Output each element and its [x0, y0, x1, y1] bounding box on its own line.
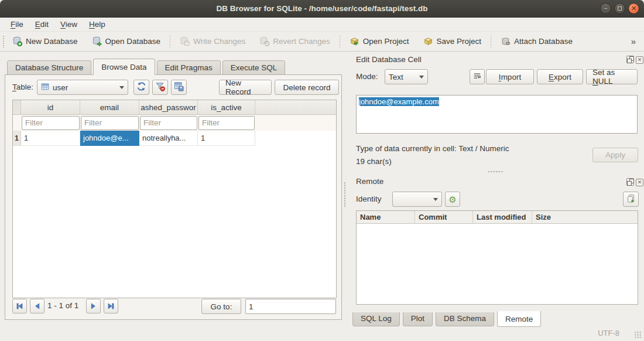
- close-icon: ✕: [636, 56, 643, 64]
- row-number[interactable]: 1: [13, 131, 21, 146]
- goto-button[interactable]: Go to:: [201, 299, 241, 314]
- column-header-id[interactable]: id: [21, 100, 80, 114]
- filter-input-email[interactable]: [81, 116, 139, 130]
- filter-input-is-active[interactable]: [198, 116, 255, 130]
- filter-input-hashed-password[interactable]: [140, 116, 197, 130]
- app-window: DB Browser for SQLite - /home/user/code/…: [0, 0, 644, 341]
- identity-settings-button[interactable]: ⚙: [445, 192, 460, 207]
- new-record-button[interactable]: New Record: [219, 80, 272, 95]
- dock-splitter-handle[interactable]: [488, 170, 503, 173]
- cell-id[interactable]: 1: [21, 131, 80, 146]
- cell-is-active[interactable]: 1: [198, 131, 255, 146]
- record-range-label: 1 - 1 of 1: [47, 301, 78, 310]
- mode-selector[interactable]: Text: [385, 69, 428, 84]
- export-button[interactable]: Export: [537, 69, 583, 84]
- tab-browse-data[interactable]: Browse Data: [93, 59, 155, 75]
- menu-file[interactable]: File: [5, 19, 29, 30]
- menu-help[interactable]: Help: [83, 19, 111, 30]
- previous-page-button[interactable]: [30, 299, 44, 313]
- save-project-button[interactable]: Save Project: [416, 32, 489, 51]
- attach-database-button[interactable]: Attach Database: [494, 32, 580, 51]
- last-page-button[interactable]: [104, 299, 118, 313]
- remote-float-button[interactable]: [626, 177, 634, 186]
- write-changes-icon: [180, 36, 190, 46]
- grid-corner-cell[interactable]: [13, 100, 21, 114]
- write-changes-button: Write Changes: [173, 32, 252, 51]
- set-as-null-button[interactable]: Set as NULL: [586, 69, 638, 84]
- refresh-button[interactable]: [133, 80, 149, 95]
- remote-column-commit[interactable]: Commit: [415, 211, 473, 223]
- word-wrap-button[interactable]: [470, 69, 485, 84]
- tab-plot[interactable]: Plot: [403, 312, 433, 326]
- browse-controls: Table: user New Record Delete record: [5, 75, 341, 101]
- remote-column-last-modified[interactable]: Last modified: [473, 211, 532, 223]
- menubar: File Edit View Help: [0, 18, 644, 32]
- column-header-is-active[interactable]: is_active: [198, 100, 255, 114]
- cell-hashed-password[interactable]: notreallyha...: [139, 131, 198, 146]
- float-icon: [628, 57, 632, 62]
- tab-execute-sql[interactable]: Execute SQL: [222, 60, 286, 75]
- browse-data-pane: Table: user New Record Delete record id: [5, 74, 342, 320]
- tab-database-structure[interactable]: Database Structure: [7, 60, 91, 75]
- first-page-button[interactable]: [12, 299, 27, 313]
- export-table-button[interactable]: [171, 80, 187, 95]
- table-icon: [41, 83, 49, 93]
- delete-record-button[interactable]: Delete record: [275, 80, 339, 95]
- remote-close-button[interactable]: ✕: [636, 177, 643, 186]
- remote-dock-title: Remote: [356, 177, 383, 186]
- apply-button: Apply: [592, 148, 638, 162]
- column-header-hashed-password[interactable]: ashed_passwor: [139, 100, 198, 114]
- window-title: DB Browser for SQLite - /home/user/code/…: [0, 4, 644, 13]
- maximize-button[interactable]: [614, 3, 625, 14]
- open-project-icon: [350, 36, 359, 46]
- next-page-button[interactable]: [86, 299, 101, 313]
- tab-db-schema[interactable]: DB Schema: [436, 312, 494, 326]
- edit-cell-dock-title: Edit Database Cell: [356, 55, 422, 64]
- open-database-icon: [92, 36, 102, 46]
- menu-view[interactable]: View: [54, 19, 83, 30]
- toolbar-separator: [491, 35, 491, 48]
- edit-cell-float-button[interactable]: [626, 54, 634, 63]
- close-button[interactable]: ✕: [628, 3, 639, 14]
- clear-filters-icon: [155, 81, 165, 93]
- table-selector[interactable]: user: [37, 80, 128, 95]
- identity-selector[interactable]: [392, 192, 442, 207]
- tab-edit-pragmas[interactable]: Edit Pragmas: [157, 60, 221, 75]
- refresh-icon: [136, 81, 146, 93]
- toolbar-separator: [170, 35, 170, 48]
- filter-input-id[interactable]: [22, 116, 80, 130]
- word-wrap-icon: [473, 72, 481, 82]
- column-header-filler: [255, 100, 336, 114]
- clear-filters-button[interactable]: [152, 80, 168, 95]
- panel-splitter-handle[interactable]: [344, 182, 347, 207]
- grid-header-row: id email ashed_passwor is_active: [13, 100, 336, 115]
- toolbar-separator: [340, 35, 340, 48]
- tab-remote[interactable]: Remote: [497, 311, 541, 327]
- table-label: Table:: [12, 83, 33, 91]
- column-header-email[interactable]: email: [80, 100, 139, 114]
- clone-database-button[interactable]: [623, 192, 639, 207]
- goto-input[interactable]: [245, 299, 336, 314]
- tab-sql-log[interactable]: SQL Log: [352, 312, 400, 326]
- cell-type-info: Type of data currently in cell: Text / N…: [356, 144, 509, 153]
- resize-grip[interactable]: [634, 331, 642, 339]
- toolbar-overflow-button[interactable]: »: [623, 36, 644, 46]
- remote-column-size[interactable]: Size: [532, 211, 638, 223]
- edit-cell-close-button[interactable]: ✕: [636, 54, 643, 64]
- menu-edit[interactable]: Edit: [29, 19, 54, 30]
- float-icon: [628, 180, 632, 184]
- identity-label: Identity: [356, 195, 382, 203]
- open-project-button[interactable]: Open Project: [342, 32, 416, 51]
- open-database-button[interactable]: Open Database: [85, 32, 168, 51]
- new-database-button[interactable]: New Database: [5, 32, 85, 51]
- cell-editor-textarea[interactable]: johndoe@example.com: [356, 95, 638, 134]
- minimize-button[interactable]: −: [600, 3, 611, 14]
- titlebar[interactable]: DB Browser for SQLite - /home/user/code/…: [0, 0, 644, 18]
- attach-database-icon: [501, 36, 511, 46]
- cell-editor-selected-text: johndoe@example.com: [359, 97, 439, 106]
- cell-email-selected[interactable]: johndoe@e...: [80, 131, 139, 146]
- chevron-down-icon: [119, 86, 124, 89]
- remote-column-name[interactable]: Name: [357, 211, 415, 223]
- import-button[interactable]: Import: [486, 69, 534, 84]
- bottom-dock-tabbar: SQL Log Plot DB Schema Remote: [352, 312, 544, 327]
